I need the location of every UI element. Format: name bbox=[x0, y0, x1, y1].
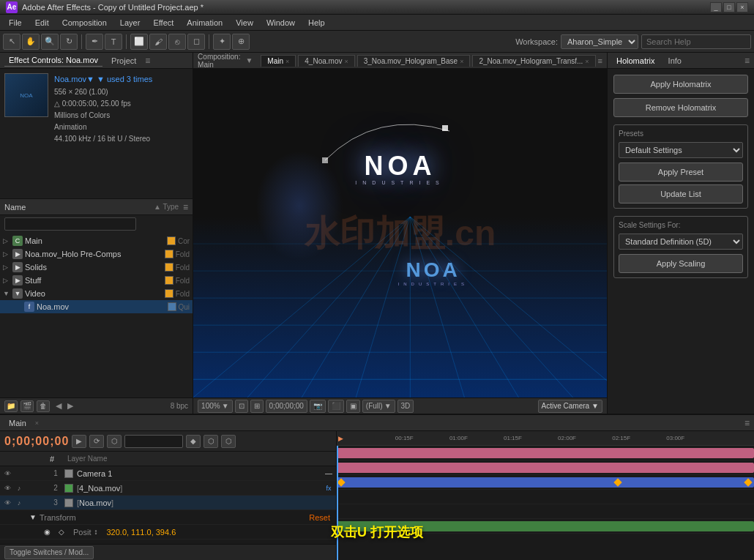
project-item-noa-mov[interactable]: f Noa.mov Qui bbox=[0, 300, 193, 313]
menu-composition[interactable]: Composition bbox=[56, 17, 113, 29]
layer-3-vis[interactable]: 👁 bbox=[1, 497, 13, 509]
project-search-input[interactable] bbox=[4, 217, 136, 231]
tab-project[interactable]: Project bbox=[107, 55, 141, 67]
layer-2-vis[interactable]: 👁 bbox=[1, 482, 13, 494]
transparency-button[interactable]: ⬛ bbox=[328, 400, 344, 413]
project-item-solids[interactable]: ▷ ▶ Solids Fold bbox=[0, 261, 193, 274]
time-search-input[interactable] bbox=[124, 435, 183, 448]
transform-arrow[interactable]: ▼ bbox=[29, 513, 37, 521]
comp-tab-3noa[interactable]: 3_Noa.mov_Hologram_Base× bbox=[357, 55, 471, 67]
timeline-tab-main[interactable]: Main bbox=[4, 417, 31, 429]
menu-effect[interactable]: Effect bbox=[147, 17, 179, 29]
region-button[interactable]: ▣ bbox=[346, 400, 360, 413]
close-tab-2noa[interactable]: × bbox=[585, 58, 589, 65]
close-timeline-tab[interactable]: × bbox=[35, 419, 39, 427]
comp-tab-2noa[interactable]: 2_Noa.mov_Hologram_Transf...× bbox=[472, 55, 595, 67]
comp-tab-4noa[interactable]: 4_Noa.mov× bbox=[298, 55, 354, 67]
workspace-select[interactable]: Aharon_Simple bbox=[561, 34, 638, 49]
layer-row-1[interactable]: 👁 1 Camera 1 — bbox=[0, 466, 336, 481]
preview-button[interactable]: ⬡ bbox=[107, 435, 122, 448]
tab-holomatrix[interactable]: Holomatrix bbox=[612, 55, 660, 67]
menu-view[interactable]: View bbox=[230, 17, 259, 29]
tool-eraser[interactable]: ◻ bbox=[187, 34, 205, 50]
comp-dropdown-icon[interactable]: ▼ bbox=[245, 56, 253, 64]
marker-button[interactable]: ◆ bbox=[186, 435, 201, 448]
tool-brush[interactable]: 🖌 bbox=[149, 34, 167, 50]
remove-holomatrix-button[interactable]: Remove Holomatrix bbox=[613, 98, 748, 117]
update-list-button[interactable]: Update List bbox=[619, 184, 743, 204]
snapshot-button[interactable]: 📷 bbox=[310, 400, 326, 413]
close-button[interactable]: × bbox=[736, 2, 748, 12]
layer-3-solo[interactable] bbox=[25, 497, 37, 509]
tool-rotate[interactable]: ↻ bbox=[60, 34, 78, 50]
new-folder-button[interactable]: 📁 bbox=[4, 400, 18, 412]
window-controls[interactable]: _ □ × bbox=[710, 2, 748, 12]
tab-effect-controls[interactable]: Effect Controls: Noa.mov bbox=[4, 54, 102, 67]
grid-button[interactable]: ⊞ bbox=[250, 400, 264, 413]
layer-3-audio[interactable]: ♪ bbox=[13, 497, 25, 509]
layer-1-vis[interactable]: 👁 bbox=[1, 468, 13, 479]
project-item-stuff[interactable]: ▷ ▶ Stuff Fold bbox=[0, 274, 193, 287]
tab-info[interactable]: Info bbox=[664, 55, 686, 67]
project-item-noa-precomps[interactable]: ▷ ▶ Noa.mov_Holo Pre-Comps Fold bbox=[0, 247, 193, 261]
menu-animation[interactable]: Animation bbox=[181, 17, 228, 29]
comp-tab-main[interactable]: Main× bbox=[261, 55, 296, 67]
zoom-button[interactable]: 100% ▼ bbox=[198, 400, 232, 413]
layer-1-switch-1[interactable]: — bbox=[324, 468, 334, 479]
trash-button[interactable]: 🗑 bbox=[37, 400, 50, 412]
close-tab-main[interactable]: × bbox=[285, 58, 289, 65]
fit-button[interactable]: ⊡ bbox=[235, 400, 248, 413]
close-tab-4noa[interactable]: × bbox=[344, 58, 348, 65]
tool-shape[interactable]: ⬜ bbox=[130, 34, 148, 50]
tool-pen[interactable]: ✒ bbox=[86, 34, 103, 50]
layer-3-lock[interactable] bbox=[37, 497, 48, 509]
render-button[interactable]: ⬡ bbox=[204, 435, 218, 448]
active-camera-select[interactable]: Active Camera ▼ bbox=[538, 400, 602, 413]
layer-2-audio[interactable]: ♪ bbox=[13, 482, 25, 494]
layer-1-lock[interactable] bbox=[37, 468, 48, 479]
timeline-timecode[interactable]: 0;00;00;00 bbox=[4, 435, 69, 448]
scale-select[interactable]: Standard Definition (5D) bbox=[619, 234, 743, 250]
search-help-input[interactable] bbox=[641, 34, 751, 49]
menu-layer[interactable]: Layer bbox=[114, 17, 146, 29]
layer-2-solo[interactable] bbox=[25, 482, 37, 494]
apply-preset-button[interactable]: Apply Preset bbox=[619, 163, 743, 182]
menu-file[interactable]: File bbox=[3, 17, 28, 29]
menu-window[interactable]: Window bbox=[261, 17, 301, 29]
project-item-video[interactable]: ▼ ▼ Video Fold bbox=[0, 287, 193, 300]
holomatrix-menu[interactable]: ≡ bbox=[744, 56, 750, 66]
comp-panel-menu[interactable]: ≡ bbox=[598, 56, 602, 65]
reset-button[interactable]: Reset bbox=[309, 513, 330, 522]
tool-zoom[interactable]: 🔍 bbox=[41, 34, 59, 50]
close-tab-3noa[interactable]: × bbox=[460, 58, 463, 65]
tool-select[interactable]: ↖ bbox=[3, 34, 20, 50]
menu-edit[interactable]: Edit bbox=[29, 17, 55, 29]
menu-help[interactable]: Help bbox=[302, 17, 331, 29]
layer-1-solo[interactable] bbox=[25, 468, 37, 479]
maximize-button[interactable]: □ bbox=[723, 2, 735, 12]
playhead[interactable] bbox=[337, 446, 338, 560]
loop-button[interactable]: ⟳ bbox=[89, 435, 104, 448]
tool-roto[interactable]: ⊕ bbox=[232, 34, 250, 50]
draft-button[interactable]: ⬡ bbox=[221, 435, 236, 448]
preset-select[interactable]: Default Settings bbox=[619, 142, 743, 158]
toggle-switches-button[interactable]: Toggle Switches / Mod... bbox=[4, 546, 94, 559]
tool-text[interactable]: T bbox=[105, 34, 122, 50]
timeline-menu[interactable]: ≡ bbox=[744, 418, 750, 428]
tool-clone[interactable]: ⎋ bbox=[168, 34, 186, 50]
3d-button[interactable]: 3D bbox=[397, 400, 414, 413]
timecode-button[interactable]: 0;00;00;00 bbox=[266, 400, 307, 413]
tool-hand[interactable]: ✋ bbox=[22, 34, 40, 50]
effect-controls-menu[interactable]: ≡ bbox=[145, 56, 150, 66]
play-button[interactable]: ▶ bbox=[72, 435, 86, 448]
apply-scaling-button[interactable]: Apply Scaling bbox=[619, 254, 743, 273]
apply-holomatrix-button[interactable]: Apply Holomatrix bbox=[613, 75, 748, 94]
layer-row-3[interactable]: 👁 ♪ 3 [Noa.mov] bbox=[0, 496, 336, 510]
tool-puppet[interactable]: ✦ bbox=[213, 34, 231, 50]
project-menu[interactable]: ≡ bbox=[183, 202, 188, 212]
layer-row-2[interactable]: 👁 ♪ 2 [4_Noa.mov] fx bbox=[0, 481, 336, 496]
project-item-main[interactable]: ▷ C Main Cor bbox=[0, 234, 193, 247]
quality-button[interactable]: (Full) ▼ bbox=[362, 400, 395, 413]
layer-2-lock[interactable] bbox=[37, 482, 48, 494]
new-comp-button[interactable]: 🎬 bbox=[20, 400, 34, 412]
